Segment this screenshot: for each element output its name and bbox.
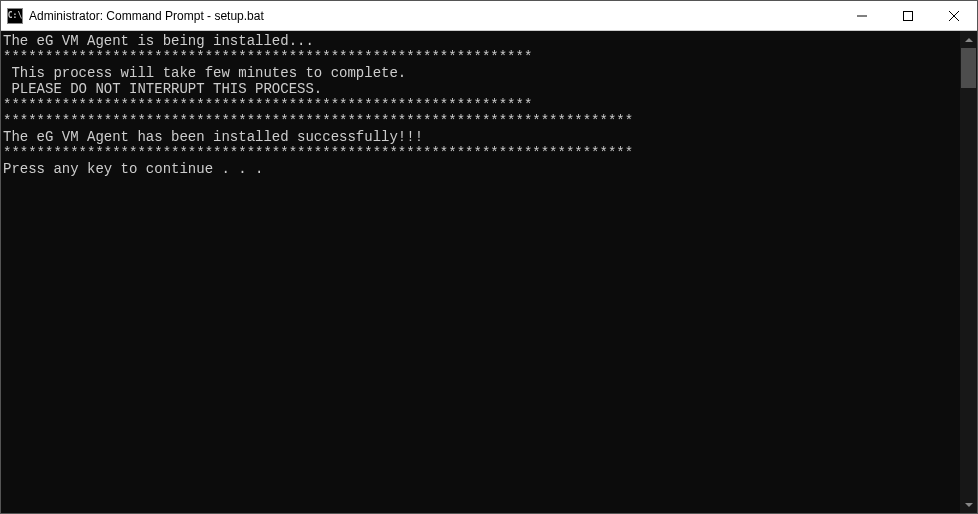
vertical-scrollbar[interactable] [960, 31, 977, 513]
terminal-line: PLEASE DO NOT INTERRUPT THIS PROCESS. [3, 81, 960, 97]
scroll-up-arrow[interactable] [960, 31, 977, 48]
close-button[interactable] [931, 1, 977, 31]
terminal-line: ****************************************… [3, 97, 960, 113]
command-prompt-window: C:\ Administrator: Command Prompt - setu… [0, 0, 978, 514]
window-controls [839, 1, 977, 30]
chevron-down-icon [965, 503, 973, 507]
svg-marker-5 [965, 503, 973, 507]
terminal-line: ****************************************… [3, 145, 960, 161]
titlebar[interactable]: C:\ Administrator: Command Prompt - setu… [1, 1, 977, 31]
terminal-line: ****************************************… [3, 49, 960, 65]
scroll-down-arrow[interactable] [960, 496, 977, 513]
terminal-line: Press any key to continue . . . [3, 161, 960, 177]
titlebar-left: C:\ Administrator: Command Prompt - setu… [1, 8, 839, 24]
chevron-up-icon [965, 38, 973, 42]
scroll-thumb[interactable] [961, 48, 976, 88]
svg-marker-4 [965, 38, 973, 42]
maximize-icon [903, 11, 913, 21]
window-title: Administrator: Command Prompt - setup.ba… [29, 9, 264, 23]
terminal-line: ****************************************… [3, 113, 960, 129]
scroll-track[interactable] [960, 48, 977, 496]
minimize-icon [857, 11, 867, 21]
terminal-line: The eG VM Agent has been installed succe… [3, 129, 960, 145]
command-prompt-icon: C:\ [7, 8, 23, 24]
terminal-area: The eG VM Agent is being installed...***… [1, 31, 977, 513]
maximize-button[interactable] [885, 1, 931, 31]
terminal-output[interactable]: The eG VM Agent is being installed...***… [1, 31, 960, 513]
terminal-line: This process will take few minutes to co… [3, 65, 960, 81]
minimize-button[interactable] [839, 1, 885, 31]
svg-rect-1 [904, 12, 913, 21]
close-icon [949, 11, 959, 21]
terminal-line: The eG VM Agent is being installed... [3, 33, 960, 49]
